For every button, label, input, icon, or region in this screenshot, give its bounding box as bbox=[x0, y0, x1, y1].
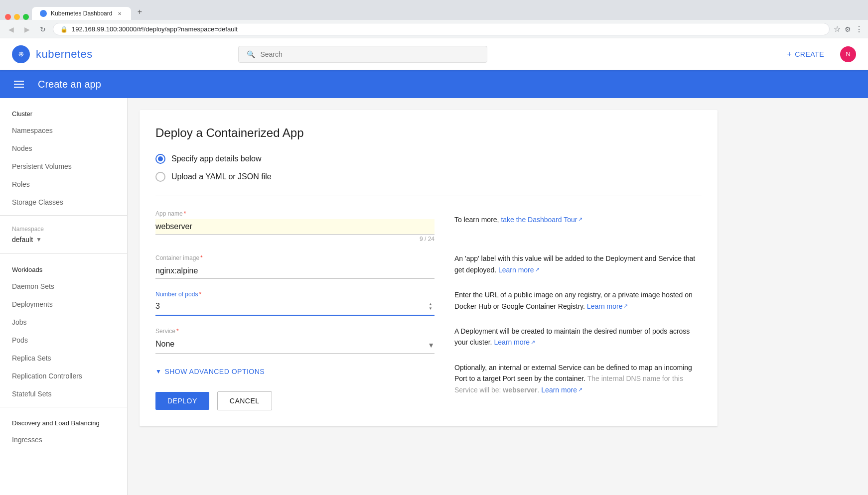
sidebar-item-roles[interactable]: Roles bbox=[0, 175, 127, 193]
sidebar-item-stateful-sets[interactable]: Stateful Sets bbox=[0, 385, 127, 403]
service-field: Service * None Internal External ▼ bbox=[155, 328, 434, 354]
advanced-options: ▼ SHOW ADVANCED OPTIONS bbox=[155, 366, 434, 377]
service-select-wrapper: None Internal External ▼ bbox=[155, 337, 434, 354]
namespace-section: Namespace default ▼ bbox=[0, 220, 127, 249]
radio-upload-file[interactable]: Upload a YAML or JSON file bbox=[155, 172, 702, 182]
external-link-icon-3: ↗ bbox=[623, 302, 628, 311]
sidebar-item-replication-controllers[interactable]: Replication Controllers bbox=[0, 367, 127, 385]
minimize-traffic-light[interactable] bbox=[14, 14, 20, 20]
container-image-input[interactable] bbox=[155, 263, 434, 279]
back-button[interactable]: ◀ bbox=[5, 23, 17, 35]
address-text: 192.168.99.100:30000/#!/deploy/app?names… bbox=[72, 25, 238, 33]
main-content: Deploy a Containerized App Specify app d… bbox=[128, 98, 868, 495]
discovery-section-title: Discovery and Load Balancing bbox=[0, 411, 127, 431]
sidebar-item-persistent-volumes[interactable]: Persistent Volumes bbox=[0, 157, 127, 175]
form-left: App name * 9 / 24 Container image * bbox=[155, 210, 434, 410]
service-select[interactable]: None Internal External bbox=[155, 337, 434, 351]
sidebar-divider-2 bbox=[0, 253, 127, 254]
help-tour: To learn more, take the Dashboard Tour ↗ bbox=[454, 214, 702, 225]
hamburger-menu-button[interactable] bbox=[12, 79, 26, 90]
app-logo[interactable]: ⎈ kubernetes bbox=[12, 45, 93, 63]
cancel-button[interactable]: CANCEL bbox=[217, 391, 272, 410]
help-intro-text: To learn more, bbox=[454, 216, 499, 224]
sidebar-item-storage-classes[interactable]: Storage Classes bbox=[0, 193, 127, 211]
extensions-icon[interactable]: ⚙ bbox=[845, 25, 851, 33]
service-learn-more-link[interactable]: Learn more ↗ bbox=[541, 384, 582, 395]
sidebar-item-pods[interactable]: Pods bbox=[0, 331, 127, 349]
pods-spinner: ▲ ▼ bbox=[427, 302, 434, 311]
app-name-learn-more-link[interactable]: Learn more ↗ bbox=[498, 264, 540, 275]
app-header: ⎈ kubernetes 🔍 + CREATE N bbox=[0, 38, 868, 70]
pods-field: Number of pods * ▲ ▼ bbox=[155, 291, 434, 316]
service-required: * bbox=[176, 328, 179, 335]
reload-button[interactable]: ↻ bbox=[37, 23, 49, 35]
page-title: Create an app bbox=[38, 79, 101, 90]
user-avatar[interactable]: N bbox=[840, 46, 856, 62]
menu-icon[interactable]: ⋮ bbox=[855, 24, 863, 34]
hamburger-line bbox=[14, 84, 24, 85]
radio-upload-label: Upload a YAML or JSON file bbox=[171, 172, 272, 181]
external-link-icon-4: ↗ bbox=[531, 338, 535, 347]
advanced-options-toggle[interactable]: ▼ SHOW ADVANCED OPTIONS bbox=[155, 366, 265, 377]
app-name-field: App name * 9 / 24 bbox=[155, 210, 434, 243]
container-image-field: Container image * bbox=[155, 254, 434, 279]
maximize-traffic-light[interactable] bbox=[23, 14, 29, 20]
container-image-required: * bbox=[200, 254, 203, 261]
deploy-mode-radio-group: Specify app details below Upload a YAML … bbox=[155, 154, 702, 182]
container-image-label: Container image * bbox=[155, 254, 434, 261]
search-bar[interactable]: 🔍 bbox=[238, 46, 487, 63]
sidebar-item-nodes[interactable]: Nodes bbox=[0, 139, 127, 157]
form-actions: DEPLOY CANCEL bbox=[155, 391, 434, 410]
namespace-label: Namespace bbox=[12, 226, 115, 233]
browser-tab[interactable]: Kubernetes Dashboard ✕ bbox=[32, 7, 131, 20]
forward-button[interactable]: ▶ bbox=[21, 23, 33, 35]
sidebar-item-replica-sets[interactable]: Replica Sets bbox=[0, 349, 127, 367]
radio-specify-app[interactable]: Specify app details below bbox=[155, 154, 702, 164]
pods-decrement-button[interactable]: ▼ bbox=[427, 307, 434, 311]
radio-specify-icon bbox=[155, 154, 165, 164]
browser-toolbar-right: ☆ ⚙ ⋮ bbox=[834, 24, 863, 34]
tab-favicon bbox=[40, 10, 47, 17]
radio-specify-label: Specify app details below bbox=[171, 154, 262, 163]
tab-title: Kubernetes Dashboard bbox=[51, 10, 112, 17]
container-image-learn-more-link[interactable]: Learn more ↗ bbox=[587, 301, 628, 312]
sidebar-divider-3 bbox=[0, 407, 127, 407]
new-tab-button[interactable]: + bbox=[132, 4, 147, 20]
hamburger-line bbox=[14, 87, 24, 88]
sidebar-item-namespaces[interactable]: Namespaces bbox=[0, 122, 127, 139]
kubernetes-logo-icon: ⎈ bbox=[12, 45, 30, 63]
header-right: + CREATE N bbox=[779, 46, 856, 63]
bookmark-star-icon[interactable]: ☆ bbox=[834, 24, 841, 34]
deploy-button[interactable]: DEPLOY bbox=[155, 392, 209, 410]
page-header: Create an app bbox=[0, 70, 868, 98]
workloads-section-title: Workloads bbox=[0, 258, 127, 277]
create-plus-icon: + bbox=[787, 50, 792, 59]
namespace-selector[interactable]: default ▼ bbox=[12, 236, 115, 244]
app-body: Cluster Namespaces Nodes Persistent Volu… bbox=[0, 98, 868, 495]
close-traffic-light[interactable] bbox=[5, 14, 11, 20]
app-name-label: App name * bbox=[155, 210, 434, 217]
pods-learn-more-link[interactable]: Learn more ↗ bbox=[494, 337, 535, 348]
dashboard-tour-link[interactable]: take the Dashboard Tour ↗ bbox=[501, 214, 582, 225]
external-link-icon-2: ↗ bbox=[535, 265, 540, 274]
sidebar-item-ingresses[interactable]: Ingresses bbox=[0, 431, 127, 449]
search-icon: 🔍 bbox=[247, 50, 255, 58]
address-bar[interactable]: 🔒 192.168.99.100:30000/#!/deploy/app?nam… bbox=[53, 23, 830, 35]
pods-required: * bbox=[199, 291, 201, 298]
traffic-lights bbox=[5, 14, 29, 20]
sidebar-item-daemon-sets[interactable]: Daemon Sets bbox=[0, 277, 127, 295]
tab-close-button[interactable]: ✕ bbox=[116, 10, 123, 17]
form-columns: App name * 9 / 24 Container image * bbox=[155, 210, 702, 410]
create-button[interactable]: + CREATE bbox=[779, 46, 832, 63]
pods-label: Number of pods * bbox=[155, 291, 434, 298]
pods-number-wrapper: ▲ ▼ bbox=[155, 300, 434, 316]
search-input[interactable] bbox=[260, 50, 479, 58]
pods-input[interactable] bbox=[155, 300, 427, 313]
pods-increment-button[interactable]: ▲ bbox=[427, 302, 434, 306]
sidebar-item-deployments[interactable]: Deployments bbox=[0, 295, 127, 313]
chevron-down-icon: ▼ bbox=[155, 368, 161, 375]
lock-icon: 🔒 bbox=[60, 26, 68, 33]
sidebar-item-jobs[interactable]: Jobs bbox=[0, 313, 127, 331]
app-name-input[interactable] bbox=[155, 219, 434, 235]
radio-upload-icon bbox=[155, 172, 165, 182]
